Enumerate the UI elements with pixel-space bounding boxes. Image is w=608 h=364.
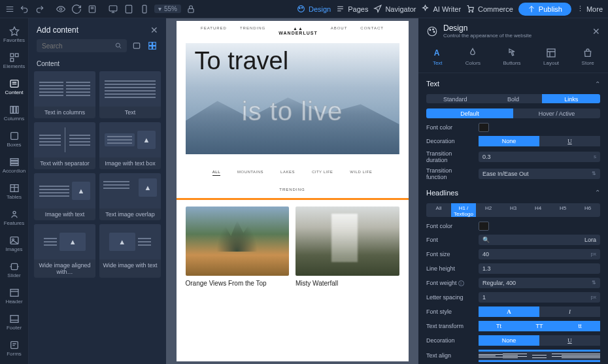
commerce-link[interactable]: Commerce <box>466 5 513 13</box>
save-icon[interactable] <box>88 5 97 14</box>
h-deco-none[interactable]: None <box>479 335 539 346</box>
rail-content[interactable]: Content <box>1 76 27 98</box>
redo-icon[interactable] <box>35 5 44 14</box>
font-color-swatch[interactable] <box>479 123 489 132</box>
card-text-image-overlap[interactable]: ▲Text image overlap <box>99 173 161 220</box>
design-link[interactable]: Design <box>297 5 331 13</box>
style-italic[interactable]: I <box>539 306 600 317</box>
tab-store[interactable]: Store <box>582 48 594 66</box>
publish-button[interactable]: Publish <box>518 3 571 16</box>
h-all[interactable]: All <box>426 203 451 217</box>
style-normal[interactable]: A <box>479 306 539 317</box>
menu-icon[interactable] <box>5 5 14 14</box>
site-preview[interactable]: FEATURED TRENDING ▲▲WANDERLUST ABOUT CON… <box>177 21 409 361</box>
h-h6[interactable]: H6 <box>575 203 600 217</box>
zoom-select[interactable]: ▾ 55% <box>154 5 181 13</box>
font-select[interactable]: 🔍Lora <box>479 235 600 245</box>
rail-forms[interactable]: Forms <box>1 337 27 359</box>
desktop-icon[interactable] <box>109 5 118 14</box>
seg-bold[interactable]: Bold <box>484 94 543 103</box>
font-size-input[interactable]: 40px <box>479 249 600 259</box>
tab-layout[interactable]: Layout <box>543 48 559 66</box>
nav-about[interactable]: ABOUT <box>331 26 348 35</box>
align-center[interactable] <box>527 350 551 362</box>
card-text[interactable]: Text <box>99 71 161 118</box>
ai-writer-link[interactable]: AI Writer <box>421 5 461 13</box>
h-h1[interactable]: H1 / Textlogo <box>451 203 476 217</box>
h-deco-underline[interactable]: U <box>539 335 600 346</box>
lock-icon[interactable] <box>186 5 195 14</box>
tab-all[interactable]: ALL <box>212 170 220 176</box>
rail-tables[interactable]: Tables <box>1 180 27 203</box>
seg-standard[interactable]: Standard <box>426 94 484 103</box>
tab-mountains[interactable]: MOUNTAINS <box>237 170 263 176</box>
headlines-section-head[interactable]: Headlines⌃ <box>418 182 608 201</box>
eye-icon[interactable] <box>56 5 65 14</box>
undo-icon[interactable] <box>20 5 29 14</box>
trans-fn-select[interactable]: Ease In/Ease Out⇅ <box>479 169 600 179</box>
rail-header[interactable]: Header <box>1 285 27 307</box>
card-text-in-columns[interactable]: Text in columns <box>34 71 95 118</box>
card-wide-image-aligned[interactable]: ▲Wide image aligned with… <box>34 224 95 278</box>
card-image-with-text[interactable]: ▲Image with text <box>34 173 95 220</box>
seg-default[interactable]: Default <box>426 108 513 118</box>
site-logo[interactable]: ▲▲WANDERLUST <box>279 26 317 35</box>
tab-lakes[interactable]: LAKES <box>280 170 295 176</box>
rail-boxes[interactable]: Boxes <box>1 128 27 150</box>
line-height-input[interactable]: 1.3 <box>479 263 600 274</box>
nav-featured[interactable]: FEATURED <box>201 26 227 35</box>
h-h2[interactable]: H2 <box>476 203 501 217</box>
deco-underline[interactable]: U <box>539 136 600 146</box>
transform-upper[interactable]: TT <box>519 321 560 331</box>
tab-city-life[interactable]: CITY LIFE <box>312 170 333 176</box>
seg-links[interactable]: Links <box>542 94 600 103</box>
tab-colors[interactable]: Colors <box>465 48 481 66</box>
h-h3[interactable]: H3 <box>501 203 526 217</box>
rail-footer[interactable]: Footer <box>1 311 27 333</box>
tablet-icon[interactable] <box>124 5 133 14</box>
h-h5[interactable]: H5 <box>550 203 575 217</box>
refresh-icon[interactable] <box>72 5 81 14</box>
more-menu[interactable]: ⋮ More <box>577 5 603 13</box>
trans-dur-input[interactable]: 0.3s <box>479 152 600 162</box>
rail-favorites[interactable]: Favorites <box>1 24 27 46</box>
rail-slider[interactable]: Slider <box>1 259 27 281</box>
list-view-icon[interactable] <box>131 40 143 52</box>
nav-contact[interactable]: CONTACT <box>360 26 384 35</box>
close-icon[interactable]: ✕ <box>592 26 600 37</box>
card-text-separator[interactable]: Text with separator <box>34 122 95 169</box>
rail-columns[interactable]: Columns <box>1 102 27 124</box>
card-wide-image-text[interactable]: ▲Wide image with text <box>99 224 161 278</box>
card-image-text-box[interactable]: ▲Image with text box <box>99 122 161 169</box>
text-section-head[interactable]: Text⌃ <box>418 73 608 91</box>
grid-view-icon[interactable] <box>146 40 158 52</box>
close-icon[interactable]: ✕ <box>150 25 158 35</box>
tab-buttons[interactable]: Buttons <box>503 48 520 66</box>
rail-accordion[interactable]: Accordion <box>1 154 27 176</box>
transform-lower[interactable]: tt <box>560 321 600 331</box>
article-card[interactable]: Orange Views From the Top <box>186 207 290 287</box>
align-right[interactable] <box>552 350 576 362</box>
navigator-link[interactable]: Navigator <box>373 5 416 13</box>
align-default[interactable] <box>479 350 503 362</box>
deco-none[interactable]: None <box>479 136 539 146</box>
nav-trending[interactable]: TRENDING <box>240 26 265 35</box>
canvas[interactable]: FEATURED TRENDING ▲▲WANDERLUST ABOUT CON… <box>166 18 418 364</box>
rail-features[interactable]: Features <box>1 207 27 229</box>
align-left[interactable] <box>503 350 527 362</box>
info-icon[interactable]: i <box>458 280 464 286</box>
seg-hover[interactable]: Hover / Active <box>513 108 600 118</box>
h-h4[interactable]: H4 <box>526 203 550 217</box>
pages-link[interactable]: Pages <box>336 5 368 13</box>
hero-image[interactable]: To travel is to live <box>186 43 399 154</box>
rail-elements[interactable]: Elements <box>1 50 27 72</box>
search-input[interactable] <box>37 39 127 52</box>
h-font-color-swatch[interactable] <box>479 222 489 231</box>
letter-spacing-input[interactable]: 1px <box>479 292 600 303</box>
font-weight-select[interactable]: Regular, 400⇅ <box>479 278 600 288</box>
tab-wild-life[interactable]: WILD LIFE <box>350 170 372 176</box>
transform-capitalize[interactable]: Tt <box>479 321 519 331</box>
mobile-icon[interactable] <box>140 5 149 14</box>
align-justify[interactable] <box>576 350 600 362</box>
tab-text[interactable]: AText <box>432 48 443 66</box>
